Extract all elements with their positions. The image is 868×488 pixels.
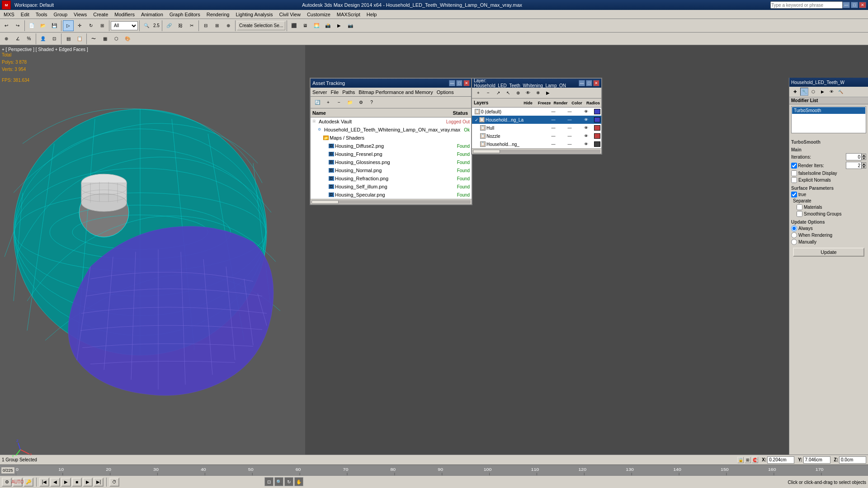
at-tree-row[interactable]: 🖼Housing_Normal.pngFound — [311, 166, 472, 174]
select-button[interactable]: ▷ — [63, 20, 74, 31]
layer-row[interactable]: 📋Nozzle——👁 — [472, 132, 601, 140]
curve-editor[interactable]: 〜 — [88, 33, 99, 44]
percent-snap[interactable]: % — [24, 33, 34, 44]
snap-toggle[interactable]: ⊕ — [1, 33, 12, 44]
time-config-btn[interactable]: ⏱ — [109, 478, 119, 487]
schematic-view[interactable]: ⬡ — [111, 33, 122, 44]
search-input[interactable] — [770, 1, 843, 9]
layer-manager[interactable]: 📋 — [74, 33, 85, 44]
ts-render-iters-input[interactable] — [846, 162, 862, 169]
layer-render[interactable]: 👁 — [578, 142, 594, 146]
ts-iter-up[interactable]: ▲ — [862, 154, 866, 157]
at-menu-paths[interactable]: Paths — [342, 89, 355, 95]
layer-color_box[interactable] — [594, 141, 600, 147]
next-key-btn[interactable]: ▶ — [83, 478, 93, 487]
at-tree-row[interactable]: 🏛Autodesk VaultLogged Out — [311, 117, 472, 126]
close-button[interactable]: ✕ — [859, 2, 866, 8]
menu-item-animation[interactable]: Animation — [138, 11, 166, 18]
named-sel[interactable]: 👤 — [38, 33, 48, 44]
mirror-button[interactable]: ⊞ — [212, 20, 222, 31]
render-setup-button[interactable]: 🖥 — [300, 20, 311, 31]
at-menu-options[interactable]: Options — [437, 89, 454, 95]
at-tree[interactable]: 🏛Autodesk VaultLogged Out⚙Household_LED_… — [311, 117, 472, 199]
layer-freeze[interactable]: — — [561, 109, 578, 114]
undo-button[interactable]: ↩ — [1, 20, 12, 31]
menu-item-maxscript[interactable]: MAXScript — [334, 11, 363, 18]
key-mode-btn[interactable]: ⚙ — [2, 478, 12, 487]
at-remove[interactable]: − — [334, 98, 344, 107]
at-tree-row[interactable]: 🖼Housing_Self_illum.pngFound — [311, 183, 472, 191]
render-preview-button[interactable]: ▶ — [334, 20, 344, 31]
at-settings[interactable]: ⚙ — [356, 98, 366, 107]
menu-item-help[interactable]: Help — [364, 11, 380, 18]
zoom-button[interactable]: 🔍 — [141, 20, 152, 31]
ly-minimize[interactable]: — — [579, 80, 585, 86]
isolate-sel[interactable]: ⊡ — [49, 33, 60, 44]
color-clipboard[interactable]: 🎨 — [122, 33, 133, 44]
render-button[interactable]: ⬛ — [288, 20, 299, 31]
at-tree-row[interactable]: 📁Maps / Shaders — [311, 134, 472, 142]
status-lock-icon[interactable]: 🔒 — [737, 457, 744, 463]
ly-freeze-selected[interactable]: ❄ — [533, 89, 542, 97]
create-selection-button[interactable]: Create Selection Se... — [237, 21, 285, 30]
at-tree-row[interactable]: 🖼Housing_Diffuse2.pngFound — [311, 142, 472, 150]
status-magnet-icon[interactable]: 🧲 — [752, 457, 758, 463]
ly-maximize[interactable]: □ — [586, 80, 592, 86]
menu-item-customize[interactable]: Customize — [304, 11, 333, 18]
link-button[interactable]: 🔗 — [164, 20, 175, 31]
new-button[interactable]: 📄 — [26, 20, 37, 31]
at-close[interactable]: ✕ — [463, 80, 470, 86]
menu-item-lighting-analysis[interactable]: Lighting Analysis — [233, 11, 275, 18]
redo-button[interactable]: ↪ — [12, 20, 23, 31]
ly-scrollbar-h[interactable] — [472, 148, 601, 154]
at-scroll-thumb[interactable] — [311, 200, 339, 204]
ts-iter-down[interactable]: ▼ — [862, 157, 866, 160]
menu-item-modifiers[interactable]: Modifiers — [112, 11, 137, 18]
at-menu-bitmap-performance-and-memory[interactable]: Bitmap Performance and Memory — [359, 89, 433, 95]
save-button[interactable]: 💾 — [49, 20, 60, 31]
layer-hide[interactable]: — — [545, 117, 561, 122]
viewport[interactable]: + [ Perspective ] [ Shaded + Edged Faces… — [0, 45, 305, 488]
ly-render-selected[interactable]: ▶ — [543, 89, 552, 97]
ly-new-layer[interactable]: + — [474, 89, 483, 97]
menu-item-views[interactable]: Views — [71, 11, 90, 18]
ts-explicit-check[interactable] — [791, 177, 797, 183]
set-key-btn[interactable]: 🔑 — [24, 478, 33, 487]
timeline[interactable]: 0 / 225 — [0, 465, 868, 475]
ts-isoline-check[interactable] — [791, 170, 797, 176]
menu-item-tools[interactable]: Tools — [33, 11, 50, 18]
at-tree-row[interactable]: 🖼Housing_Refraction.pngFound — [311, 174, 472, 183]
vp-zoom[interactable]: 🔍 — [274, 477, 283, 486]
menu-item-civil-view[interactable]: Civil View — [276, 11, 303, 18]
menu-item-graph-editors[interactable]: Graph Editors — [167, 11, 203, 18]
layer-row[interactable]: ✓📋Household...ng_La——👁 — [472, 116, 601, 124]
vp-pan[interactable]: ✋ — [294, 477, 303, 486]
layer-row[interactable]: 📋0 (default)——👁 — [472, 108, 601, 116]
grab-viewport-button[interactable]: 📷 — [345, 20, 356, 31]
layer-hide[interactable]: — — [545, 109, 561, 114]
ts-render-up[interactable]: ▲ — [862, 162, 866, 165]
modifier-list[interactable]: TurboSmooth — [791, 106, 866, 133]
workspace-dropdown[interactable]: Workspace: Default — [14, 3, 54, 8]
at-tree-row[interactable]: 🖼Housing_Specular.pngFound — [311, 191, 472, 199]
auto-key-btn[interactable]: AUTO — [13, 478, 23, 487]
props-icon-create[interactable]: ✚ — [791, 88, 799, 96]
menu-item-rendering[interactable]: Rendering — [204, 11, 232, 18]
ts-render-down[interactable]: ▼ — [862, 165, 866, 169]
minimize-button[interactable]: — — [843, 2, 850, 8]
rotate-button[interactable]: ↻ — [85, 20, 96, 31]
ly-close[interactable]: ✕ — [593, 80, 599, 86]
props-icon-motion[interactable]: ▶ — [818, 88, 826, 96]
stop-btn[interactable]: ■ — [72, 478, 82, 487]
ts-smooth-check[interactable] — [791, 192, 797, 197]
menu-item-mxs[interactable]: MXS — [1, 11, 17, 18]
at-tree-row[interactable]: 🖼Housing_Glossiness.pngFound — [311, 158, 472, 166]
ts-smoothing-check[interactable] — [797, 211, 802, 217]
at-add[interactable]: + — [323, 98, 333, 107]
layer-render[interactable]: 👁 — [578, 126, 594, 130]
modifier-item-turbosmooth[interactable]: TurboSmooth — [792, 107, 865, 114]
ts-manually-radio[interactable] — [791, 239, 797, 245]
ts-render-iters-check[interactable] — [791, 163, 797, 169]
layer-color_box[interactable] — [594, 133, 600, 139]
go-start-btn[interactable]: |◀ — [39, 478, 49, 487]
